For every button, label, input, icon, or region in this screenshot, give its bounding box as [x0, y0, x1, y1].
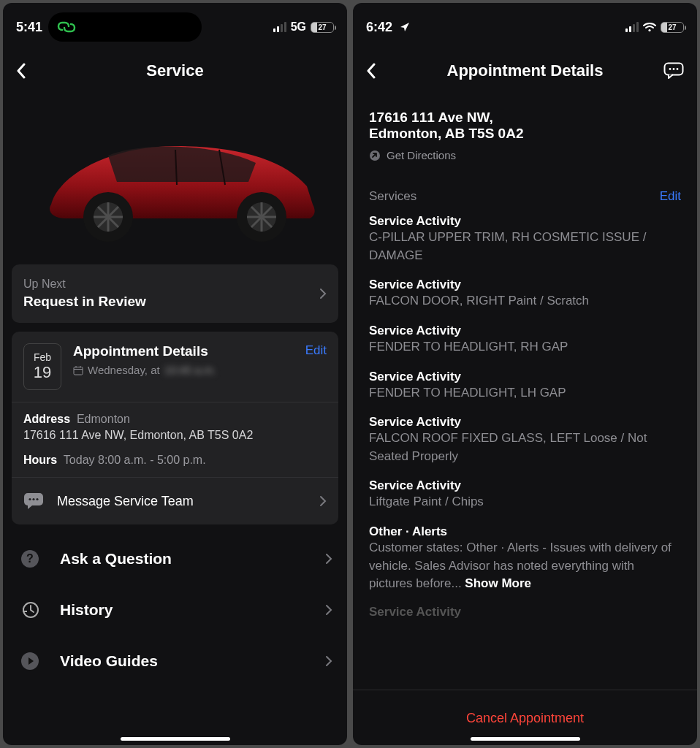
service-item: Service ActivityC-PILLAR UPPER TRIM, RH …: [353, 208, 697, 272]
service-activity-description: FENDER TO HEADLIGHT, RH GAP: [369, 338, 681, 356]
appointment-title: Appointment Details: [73, 343, 294, 359]
question-icon: ?: [18, 549, 42, 568]
address-line1: 17616 111 Ave NW,: [369, 110, 681, 126]
service-item: Service ActivityLiftgate Paint / Chips: [353, 473, 697, 519]
appointment-when: Wednesday, at: [88, 364, 160, 376]
alerts-heading: Other · Alerts: [369, 524, 681, 539]
back-button[interactable]: [366, 63, 388, 79]
message-team-label: Message Service Team: [57, 494, 194, 509]
svg-rect-12: [74, 367, 83, 375]
location-section: 17616 111 Ave NW, Edmonton, AB T5S 0A2 G…: [353, 88, 697, 167]
page-header: Service: [3, 42, 347, 88]
home-indicator[interactable]: [121, 737, 230, 741]
alerts-description: Customer states: Other · Alerts - Issues…: [369, 539, 681, 593]
back-button[interactable]: [16, 63, 38, 79]
address-line2: Edmonton, AB T5S 0A2: [369, 126, 681, 142]
calendar-icon: [73, 365, 83, 375]
service-item: Service ActivityFALCON DOOR, RIGHT Paint…: [353, 272, 697, 318]
edit-appointment-button[interactable]: Edit: [305, 343, 327, 358]
show-more-button[interactable]: Show More: [465, 576, 531, 590]
video-guides-label: Video Guides: [60, 652, 158, 670]
chevron-right-icon: [325, 604, 332, 616]
get-directions[interactable]: Get Directions: [369, 149, 681, 161]
vehicle-image: [3, 110, 347, 256]
address-section: Address Edmonton 17616 111 Ave NW, Edmon…: [12, 402, 338, 477]
svg-point-26: [669, 68, 672, 70]
directions-icon: [369, 150, 381, 161]
page-title: Service: [38, 61, 312, 80]
cellular-signal-icon: [273, 22, 286, 32]
svg-point-17: [28, 498, 31, 500]
network-type: 5G: [291, 20, 306, 34]
service-activity-heading: Service Activity: [369, 478, 681, 493]
play-icon: [18, 652, 42, 671]
service-activity-heading: Service Activity: [369, 415, 681, 430]
ask-question-label: Ask a Question: [60, 550, 172, 568]
page-title: Appointment Details: [388, 61, 662, 80]
service-activity-heading: Service Activity: [369, 370, 681, 384]
battery-icon: 27: [661, 22, 684, 33]
service-activity-description: C-PILLAR UPPER TRIM, RH COSMETIC ISSUE /…: [369, 229, 681, 264]
service-activity-description: Liftgate Paint / Chips: [369, 493, 681, 511]
svg-point-27: [673, 68, 675, 70]
chevron-right-icon: [319, 495, 327, 507]
service-activity-heading: Service Activity: [369, 324, 681, 338]
location-arrow-icon: [400, 22, 410, 32]
chat-button[interactable]: [662, 62, 684, 80]
battery-icon: 27: [311, 22, 334, 33]
hours-value: Today 8:00 a.m. - 5:00 p.m.: [64, 454, 206, 466]
service-items-list: Service ActivityC-PILLAR UPPER TRIM, RH …: [353, 208, 697, 519]
wifi-icon: [643, 22, 656, 32]
appointment-time-redacted: 10:45 a.m.: [164, 364, 216, 376]
up-next-label: Up Next: [23, 278, 319, 291]
appointment-card: Feb 19 Appointment Details Wednesday, at…: [12, 332, 338, 524]
svg-point-19: [36, 498, 38, 500]
up-next-card[interactable]: Up Next Request in Review: [12, 264, 338, 323]
dynamic-island: [48, 12, 202, 42]
history-label: History: [60, 601, 113, 619]
chat-bubble-icon: [23, 492, 44, 510]
svg-text:?: ?: [26, 552, 34, 565]
message-service-team[interactable]: Message Service Team: [12, 477, 338, 524]
up-next-status: Request in Review: [23, 294, 319, 310]
address-city: Edmonton: [77, 413, 130, 425]
appointment-details-screen: 6:42 27 Appointment Details 17616 11: [353, 3, 697, 745]
address-label: Address: [23, 413, 70, 425]
service-item-cutoff: Service Activity: [353, 600, 697, 622]
services-label: Services: [369, 189, 416, 204]
link-icon: [57, 18, 76, 37]
chevron-right-icon: [325, 553, 332, 565]
video-guides-option[interactable]: Video Guides: [12, 636, 338, 687]
cellular-signal-icon: [625, 22, 639, 32]
page-header: Appointment Details: [353, 42, 697, 88]
chevron-right-icon: [319, 288, 327, 299]
service-item: Service ActivityFENDER TO HEADLIGHT, RH …: [353, 318, 697, 364]
home-indicator[interactable]: [471, 737, 580, 741]
service-activity-description: FENDER TO HEADLIGHT, LH GAP: [369, 384, 681, 402]
service-activity-heading: Service Activity: [369, 214, 681, 229]
service-item: Service ActivityFALCON ROOF FIXED GLASS,…: [353, 409, 697, 473]
history-icon: [18, 600, 42, 619]
history-option[interactable]: History: [12, 584, 338, 636]
alerts-item: Other · Alerts Customer states: Other · …: [353, 519, 697, 600]
service-activity-heading: Service Activity: [369, 278, 681, 292]
ask-question-option[interactable]: ? Ask a Question: [12, 533, 338, 584]
edit-services-button[interactable]: Edit: [660, 189, 681, 204]
clock: 6:42: [366, 20, 392, 35]
status-bar: 5:41 5G 27: [3, 3, 347, 42]
chevron-right-icon: [325, 655, 332, 667]
hours-label: Hours: [23, 454, 57, 466]
svg-point-28: [677, 68, 679, 70]
service-screen: 5:41 5G 27 Service: [3, 3, 347, 745]
service-item: Service ActivityFENDER TO HEADLIGHT, LH …: [353, 364, 697, 410]
svg-point-18: [32, 498, 34, 500]
services-header: Services Edit: [353, 167, 697, 208]
appointment-date: Feb 19: [23, 343, 61, 390]
address-line: 17616 111 Ave NW, Edmonton, AB T5S 0A2: [23, 429, 327, 442]
clock: 5:41: [16, 20, 42, 35]
service-activity-description: FALCON ROOF FIXED GLASS, LEFT Loose / No…: [369, 430, 681, 465]
service-activity-description: FALCON DOOR, RIGHT Paint / Scratch: [369, 292, 681, 310]
status-bar: 6:42 27: [353, 3, 697, 42]
svg-point-24: [648, 29, 650, 31]
